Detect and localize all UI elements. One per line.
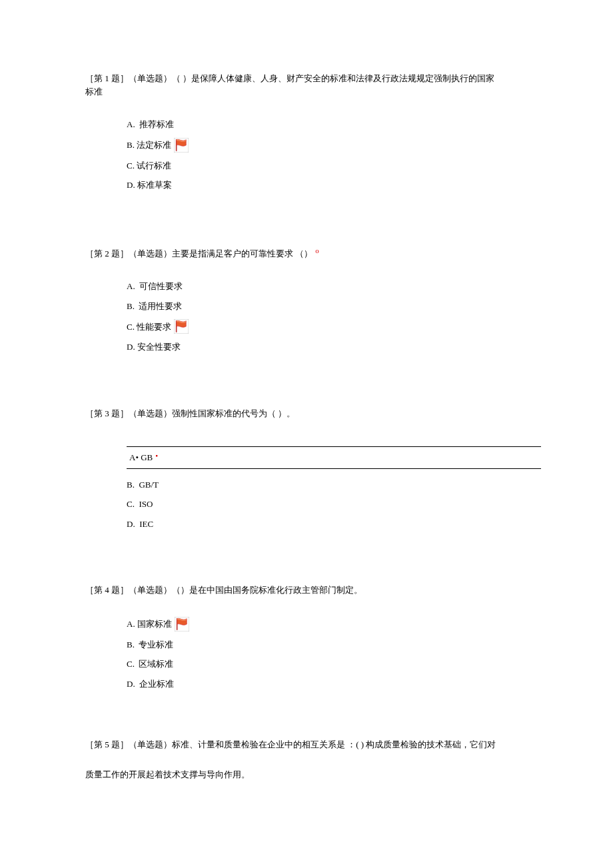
flag-icon (174, 319, 189, 334)
q4-option-c: C. 区域标准 (127, 657, 533, 671)
question-5-stem: ［第 5 题］（单选题）标准、计量和质量检验在企业中的相互关系是 ：( ) 构成… (85, 730, 533, 789)
q5-stem-b: 质量工作的开展起着技术支撑与导向作用。 (85, 769, 250, 779)
q4-option-a: A. 国家标准 (127, 617, 533, 632)
question-4-stem: ［第 4 题］（单选题）（）是在中国由国务院标准化行政主管部门制定。 (85, 584, 533, 597)
q2-type: （单选题） (129, 248, 172, 258)
q4-option-b-text: B. 专业标准 (127, 638, 173, 651)
q1-option-a-text: A. 推荐标准 (127, 118, 174, 131)
q1-stem-b: 标准 (85, 87, 103, 97)
q2-option-a: A. 可信性要求 (127, 280, 533, 293)
question-1-options: A. 推荐标准 B. 法定标准 C. 试行标准 D. 标准草案 (85, 118, 533, 192)
q3-option-d-text: D. IEC (127, 518, 153, 531)
q4-option-b: B. 专业标准 (127, 638, 533, 651)
q1-type: （单选题） (129, 73, 172, 83)
q2-option-a-text: A. 可信性要求 (127, 280, 183, 293)
question-4: ［第 4 题］（单选题）（）是在中国由国务院标准化行政主管部门制定。 A. 国家… (85, 584, 533, 690)
question-3: ［第 3 题］（单选题）强制性国家标准的代号为（ ）。 A• GB • B. G… (85, 407, 533, 531)
q3-stem-text: 强制性国家标准的代号为（ ）。 (172, 408, 295, 418)
q2-option-d: D. 安全性要求 (127, 340, 533, 354)
flag-icon (174, 138, 189, 153)
q4-stem-text: （）是在中国由国务院标准化行政主管部门制定。 (172, 585, 362, 595)
question-2: ［第 2 题］（单选题）主要是指满足客户的可靠性要求 （）o A. 可信性要求 … (85, 245, 533, 354)
question-3-stem: ［第 3 题］（单选题）强制性国家标准的代号为（ ）。 (85, 407, 533, 420)
question-1-stem: ［第 1 题］（单选题）（ ）是保障人体健康、人身、财产安全的标准和法律及行政法… (85, 72, 533, 98)
q3-option-c-text: C. ISO (127, 498, 153, 511)
q3-option-a-text: A• GB (129, 451, 153, 464)
q3-label: ［第 3 题］ (85, 408, 129, 418)
q1-label: ［第 1 题］ (85, 73, 129, 83)
q5-label: ［第 5 题］ (85, 739, 129, 749)
q4-option-c-text: C. 区域标准 (127, 657, 173, 671)
q4-option-d: D. 企业标准 (127, 677, 533, 691)
q1-option-c: C. 试行标准 (127, 159, 533, 173)
q4-option-a-text: A. 国家标准 (127, 618, 172, 631)
q2-stem-text: 主要是指满足客户的可靠性要求 （） (172, 248, 312, 258)
q4-label: ［第 4 题］ (85, 585, 129, 595)
q1-stem-a: （ ）是保障人体健康、人身、财产安全的标准和法律及行政法规规定强制执行的国家 (172, 73, 494, 83)
q3-option-a: A• GB • (127, 446, 541, 469)
q2-option-c-text: C. 性能要求 (127, 320, 171, 334)
q3-option-b-text: B. GB/T (127, 478, 159, 492)
question-3-options: B. GB/T C. ISO D. IEC (85, 478, 533, 531)
q3-option-b: B. GB/T (127, 478, 533, 492)
q1-option-d-text: D. 标准草案 (127, 179, 172, 192)
dot-mark-icon: • (155, 450, 158, 462)
circle-mark-icon: o (312, 245, 319, 256)
q1-option-b: B. 法定标准 (127, 138, 533, 153)
q2-option-b: B. 适用性要求 (127, 300, 533, 313)
q1-option-c-text: C. 试行标准 (127, 159, 171, 173)
question-1: ［第 1 题］（单选题）（ ）是保障人体健康、人身、财产安全的标准和法律及行政法… (85, 72, 533, 192)
q1-option-a: A. 推荐标准 (127, 118, 533, 131)
q2-label: ［第 2 题］ (85, 248, 129, 258)
q3-option-c: C. ISO (127, 498, 533, 511)
q1-option-b-text: B. 法定标准 (127, 139, 171, 152)
q2-option-d-text: D. 安全性要求 (127, 340, 181, 354)
question-4-options: A. 国家标准 B. 专业标准 C. 区域标准 D. 企业标准 (85, 617, 533, 691)
question-5: ［第 5 题］（单选题）标准、计量和质量检验在企业中的相互关系是 ：( ) 构成… (85, 730, 533, 789)
q5-stem-a: 标准、计量和质量检验在企业中的相互关系是 ：( ) 构成质量检验的技术基础，它们… (172, 739, 496, 749)
q3-type: （单选题） (129, 408, 172, 418)
q2-option-b-text: B. 适用性要求 (127, 300, 182, 313)
question-2-options: A. 可信性要求 B. 适用性要求 C. 性能要求 D. 安全性要求 (85, 280, 533, 354)
q2-option-c: C. 性能要求 (127, 319, 533, 334)
flag-icon (175, 617, 189, 632)
q3-option-d: D. IEC (127, 518, 533, 531)
q1-option-d: D. 标准草案 (127, 179, 533, 192)
q5-type: （单选题） (129, 739, 172, 749)
q4-type: （单选题） (129, 585, 172, 595)
q4-option-d-text: D. 企业标准 (127, 677, 174, 691)
question-2-stem: ［第 2 题］（单选题）主要是指满足客户的可靠性要求 （）o (85, 245, 533, 260)
